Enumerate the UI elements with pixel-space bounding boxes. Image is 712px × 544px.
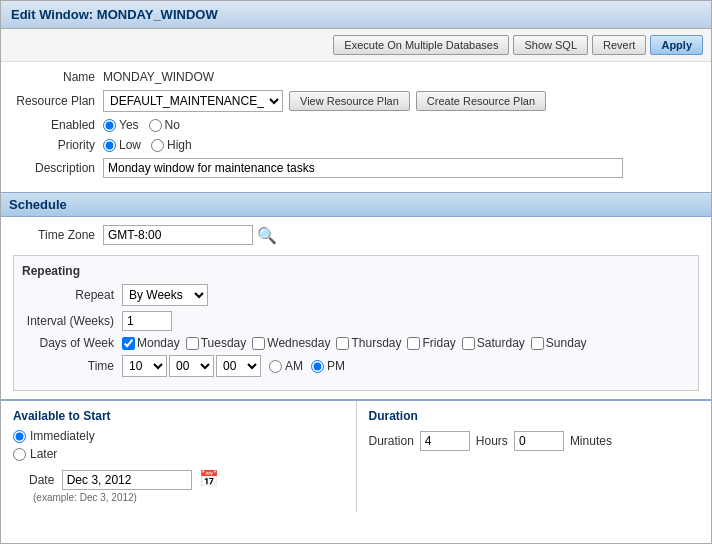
repeat-select[interactable]: By Weeks By Days By Hours By Minutes [122, 284, 208, 306]
am-option[interactable]: AM [269, 359, 303, 373]
date-hint: (example: Dec 3, 2012) [33, 492, 137, 503]
hours-label: Hours [476, 434, 508, 448]
time-row: Time 10 00 00 AM [22, 355, 690, 377]
thursday-checkbox[interactable] [336, 337, 349, 350]
sunday-checkbox[interactable] [531, 337, 544, 350]
priority-high-option[interactable]: High [151, 138, 192, 152]
interval-input[interactable] [122, 311, 172, 331]
friday-checkbox[interactable] [407, 337, 420, 350]
day-saturday[interactable]: Saturday [462, 336, 525, 350]
enabled-yes-radio[interactable] [103, 119, 116, 132]
toolbar: Execute On Multiple Databases Show SQL R… [1, 29, 711, 62]
time-selects: 10 00 00 [122, 355, 261, 377]
immediately-option[interactable]: Immediately [13, 429, 344, 443]
am-radio[interactable] [269, 360, 282, 373]
repeat-row: Repeat By Weeks By Days By Hours By Minu… [22, 284, 690, 306]
priority-low-radio[interactable] [103, 139, 116, 152]
interval-row: Interval (Weeks) [22, 311, 690, 331]
window-title: Edit Window: MONDAY_WINDOW [11, 7, 218, 22]
day-monday[interactable]: Monday [122, 336, 180, 350]
day-sunday[interactable]: Sunday [531, 336, 587, 350]
priority-high-radio[interactable] [151, 139, 164, 152]
apply-button[interactable]: Apply [650, 35, 703, 55]
resource-plan-label: Resource Plan [13, 94, 103, 108]
repeat-label: Repeat [22, 288, 122, 302]
priority-low-option[interactable]: Low [103, 138, 141, 152]
name-value: MONDAY_WINDOW [103, 70, 214, 84]
priority-high-label: High [167, 138, 192, 152]
minutes-input[interactable] [514, 431, 564, 451]
wednesday-checkbox[interactable] [252, 337, 265, 350]
enabled-no-label: No [165, 118, 180, 132]
resource-plan-select[interactable]: DEFAULT_MAINTENANCE_PLAN [103, 90, 283, 112]
title-bar: Edit Window: MONDAY_WINDOW [1, 1, 711, 29]
date-row: Date 📅 (example: Dec 3, 2012) [29, 469, 344, 504]
priority-low-label: Low [119, 138, 141, 152]
description-input[interactable] [103, 158, 623, 178]
interval-label: Interval (Weeks) [22, 314, 122, 328]
immediately-radio[interactable] [13, 430, 26, 443]
priority-row: Priority Low High [13, 138, 699, 152]
name-label: Name [13, 70, 103, 84]
time-min2-select[interactable]: 00 [216, 355, 261, 377]
pm-option[interactable]: PM [311, 359, 345, 373]
time-min1-select[interactable]: 00 [169, 355, 214, 377]
view-resource-button[interactable]: View Resource Plan [289, 91, 410, 111]
saturday-checkbox[interactable] [462, 337, 475, 350]
duration-section: Duration Duration Hours Minutes [357, 401, 712, 512]
enabled-no-option[interactable]: No [149, 118, 180, 132]
start-options: Immediately Later Date 📅 (example: Dec 3… [13, 429, 344, 504]
calendar-icon[interactable]: 📅 [199, 470, 219, 487]
enabled-label: Enabled [13, 118, 103, 132]
revert-button[interactable]: Revert [592, 35, 646, 55]
enabled-yes-label: Yes [119, 118, 139, 132]
monday-checkbox[interactable] [122, 337, 135, 350]
create-resource-button[interactable]: Create Resource Plan [416, 91, 546, 111]
later-option[interactable]: Later [13, 447, 344, 461]
day-friday[interactable]: Friday [407, 336, 455, 350]
show-sql-button[interactable]: Show SQL [513, 35, 588, 55]
enabled-no-radio[interactable] [149, 119, 162, 132]
pm-label: PM [327, 359, 345, 373]
day-thursday[interactable]: Thursday [336, 336, 401, 350]
time-label: Time [22, 359, 122, 373]
priority-radio-group: Low High [103, 138, 192, 152]
duration-label: Duration [369, 434, 414, 448]
duration-title: Duration [369, 409, 700, 423]
pm-radio[interactable] [311, 360, 324, 373]
duration-value-input[interactable] [420, 431, 470, 451]
timezone-input[interactable] [103, 225, 253, 245]
timezone-label: Time Zone [13, 228, 103, 242]
days-of-week-row: Days of Week Monday Tuesday Wednesday [22, 336, 690, 350]
repeating-box: Repeating Repeat By Weeks By Days By Hou… [13, 255, 699, 391]
resource-plan-row: Resource Plan DEFAULT_MAINTENANCE_PLAN V… [13, 90, 699, 112]
duration-row: Duration Hours Minutes [369, 431, 700, 451]
repeating-title: Repeating [22, 264, 690, 278]
description-label: Description [13, 161, 103, 175]
enabled-radio-group: Yes No [103, 118, 180, 132]
day-wednesday[interactable]: Wednesday [252, 336, 330, 350]
bottom-section: Available to Start Immediately Later Dat… [1, 399, 711, 512]
days-of-week-label: Days of Week [22, 336, 122, 350]
schedule-title: Schedule [9, 197, 67, 212]
date-input[interactable] [62, 470, 192, 490]
later-radio[interactable] [13, 448, 26, 461]
days-checkboxes: Monday Tuesday Wednesday Thursday [122, 336, 587, 350]
timezone-row: Time Zone 🔍 [13, 225, 699, 245]
immediately-label: Immediately [30, 429, 95, 443]
day-tuesday[interactable]: Tuesday [186, 336, 247, 350]
enabled-yes-option[interactable]: Yes [103, 118, 139, 132]
tuesday-checkbox[interactable] [186, 337, 199, 350]
minutes-label: Minutes [570, 434, 612, 448]
schedule-header: Schedule [1, 192, 711, 217]
date-label: Date [29, 473, 54, 487]
execute-multiple-button[interactable]: Execute On Multiple Databases [333, 35, 509, 55]
later-label: Later [30, 447, 57, 461]
enabled-row: Enabled Yes No [13, 118, 699, 132]
priority-label: Priority [13, 138, 103, 152]
name-row: Name MONDAY_WINDOW [13, 70, 699, 84]
time-hour-select[interactable]: 10 [122, 355, 167, 377]
form-area: Name MONDAY_WINDOW Resource Plan DEFAULT… [1, 62, 711, 192]
timezone-search-icon[interactable]: 🔍 [257, 226, 277, 245]
available-to-start: Available to Start Immediately Later Dat… [1, 401, 357, 512]
